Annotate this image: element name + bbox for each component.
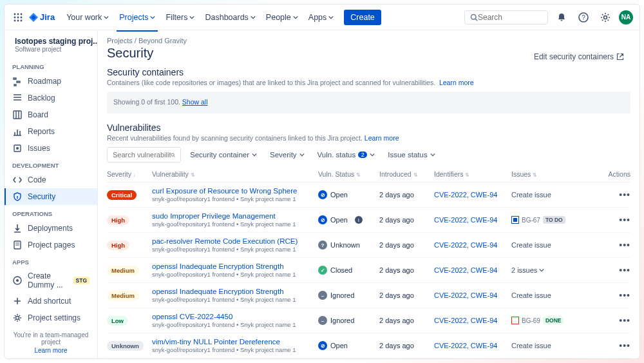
vuln-title-link[interactable]: openssl Inadequate Encryption Strength: [152, 288, 284, 295]
severity-pill: Medium: [107, 291, 139, 300]
jira-logo-text: Jira: [40, 12, 55, 22]
global-search-input[interactable]: [478, 13, 539, 22]
th-vulnerability[interactable]: Vulnerability ⇅: [152, 170, 318, 178]
notifications-icon[interactable]: [553, 9, 570, 26]
svg-point-7: [17, 19, 19, 21]
row-actions-menu[interactable]: •••: [619, 315, 630, 326]
th-issues[interactable]: Issues ⇅: [511, 170, 605, 178]
sidebar-item-add-shortcut[interactable]: Add shortcut: [5, 293, 97, 309]
vuln-search[interactable]: [107, 147, 181, 162]
breadcrumb-parent[interactable]: Projects: [107, 37, 133, 44]
board-icon: [12, 110, 23, 120]
vuln-title-link[interactable]: vim/vim-tiny NULL Pointer Dereference: [152, 338, 280, 346]
status-text: Open: [330, 191, 348, 199]
sidebar-item-board[interactable]: Board: [5, 106, 97, 123]
create-issue-link[interactable]: Create issue: [511, 191, 551, 199]
vuln-meta: snyk-goof/repository1 frontend • Snyk pr…: [152, 195, 318, 202]
filter-issue-status[interactable]: Issue status: [384, 148, 439, 161]
svg-point-18: [16, 147, 19, 150]
th-identifiers[interactable]: Identifiers ⇅: [434, 170, 511, 178]
containers-show-all-link[interactable]: Show all: [182, 98, 208, 106]
sidebar-item-code[interactable]: Code: [5, 172, 97, 188]
table-row: Medium openssl Inadequate Encryption Str…: [107, 258, 630, 283]
edit-containers-button[interactable]: Edit security containers: [527, 49, 630, 64]
sidebar-item-reports[interactable]: Reports: [5, 123, 97, 140]
vuln-title-link[interactable]: curl Exposure of Resource to Wrong Spher…: [152, 187, 297, 195]
jira-logo[interactable]: Jira: [29, 12, 55, 22]
nav-dashboards[interactable]: Dashboards: [200, 10, 260, 25]
create-issue-link[interactable]: Create issue: [511, 342, 551, 349]
app-switcher-icon[interactable]: [11, 10, 25, 25]
filter-container[interactable]: Security container: [186, 148, 261, 161]
user-avatar[interactable]: NA: [619, 10, 633, 25]
linked-issue[interactable]: BG-69DONE: [511, 317, 605, 324]
identifier-link[interactable]: CVE-2022, CWE-94: [434, 216, 497, 224]
sidebar-item-label: Security: [28, 192, 55, 201]
sidebar-item-backlog[interactable]: Backlog: [5, 90, 97, 106]
vuln-title-link[interactable]: pac-resolver Remote Code Execution (RCE): [152, 237, 298, 245]
row-actions-menu[interactable]: •••: [619, 190, 630, 200]
sidebar-item-issues[interactable]: Issues: [5, 140, 97, 157]
nav-projects[interactable]: Projects: [114, 10, 160, 25]
sidebar-item-deployments[interactable]: Deployments: [5, 220, 97, 237]
nav-your-work[interactable]: Your work: [61, 10, 114, 25]
identifier-link[interactable]: CVE-2022, CWE-94: [434, 191, 497, 199]
table-row: Medium openssl Inadequate Encryption Str…: [107, 283, 630, 308]
sidebar-footer-link[interactable]: Learn more: [10, 347, 92, 354]
containers-learn-link[interactable]: Learn more: [439, 79, 474, 86]
status-icon: –: [318, 316, 327, 325]
row-actions-menu[interactable]: •••: [619, 340, 630, 351]
sidebar-item-project-pages[interactable]: Project pages: [5, 237, 97, 253]
sidebar-item-create-dummy-[interactable]: Create Dummy ...STG: [5, 268, 97, 293]
identifier-link[interactable]: CVE-2022, CWE-94: [434, 291, 497, 299]
status-icon: ⊘: [318, 215, 327, 224]
nav-people[interactable]: People: [261, 10, 303, 25]
create-button[interactable]: Create: [344, 10, 381, 25]
create-issue-link[interactable]: Create issue: [511, 241, 551, 249]
global-search[interactable]: [464, 10, 548, 25]
th-introduced[interactable]: Introduced ⇅: [379, 170, 434, 178]
table-header: Severity ↓ Vulnerability ⇅ Vuln. Status …: [107, 168, 630, 182]
row-actions-menu[interactable]: •••: [619, 265, 630, 275]
sidebar-item-project-settings[interactable]: Project settings: [5, 309, 97, 326]
severity-pill: Unknown: [107, 341, 144, 351]
add-shortcut-icon: [12, 296, 23, 306]
vuln-learn-link[interactable]: Learn more: [365, 134, 399, 142]
status-text: Ignored: [330, 317, 354, 324]
row-actions-menu[interactable]: •••: [619, 290, 630, 300]
filter-vuln-status[interactable]: Vuln. status2: [314, 148, 379, 161]
create-issue-link[interactable]: Create issue: [511, 291, 551, 299]
filter-severity[interactable]: Severity: [266, 148, 308, 161]
project-header[interactable]: Isotopes staging proj.. Software project: [5, 37, 97, 58]
issues-dropdown[interactable]: 2 issues: [511, 266, 605, 274]
th-severity[interactable]: Severity ↓: [107, 170, 152, 178]
identifier-link[interactable]: CVE-2022, CWE-94: [434, 317, 497, 324]
identifier-link[interactable]: CVE-2022, CWE-94: [434, 241, 497, 249]
vuln-title-link[interactable]: sudo Improper Privilege Management: [152, 212, 276, 220]
row-actions-menu[interactable]: •••: [619, 215, 630, 225]
sidebar-item-label: Project pages: [28, 240, 75, 250]
sidebar-item-label: Project settings: [28, 313, 80, 322]
vuln-search-input[interactable]: [113, 151, 171, 159]
nav-filters[interactable]: Filters: [160, 10, 200, 25]
settings-icon[interactable]: [597, 9, 614, 26]
linked-issue[interactable]: BG-67TO DO: [511, 216, 605, 224]
vuln-title-link[interactable]: openssl Inadequate Encryption Strength: [152, 262, 284, 270]
table-row: High pac-resolver Remote Code Execution …: [107, 233, 630, 258]
containers-heading: Security containers: [107, 67, 630, 77]
vuln-title-link[interactable]: openssl CVE-2022-4450: [152, 313, 232, 320]
sidebar-item-security[interactable]: Security: [5, 188, 97, 205]
svg-point-8: [21, 19, 23, 21]
info-icon[interactable]: i: [355, 216, 363, 224]
svg-point-27: [171, 153, 174, 155]
status-text: Closed: [330, 266, 352, 274]
severity-pill: High: [107, 240, 129, 250]
chevron-down-icon: [328, 15, 334, 20]
identifier-link[interactable]: CVE-2022, CWE-94: [434, 342, 497, 349]
row-actions-menu[interactable]: •••: [619, 240, 630, 250]
nav-apps[interactable]: Apps: [303, 10, 339, 25]
help-icon[interactable]: ?: [575, 9, 592, 26]
sidebar-item-roadmap[interactable]: Roadmap: [5, 73, 97, 90]
identifier-link[interactable]: CVE-2022, CWE-94: [434, 266, 497, 274]
th-status[interactable]: Vuln. Status ⇅: [318, 170, 379, 178]
